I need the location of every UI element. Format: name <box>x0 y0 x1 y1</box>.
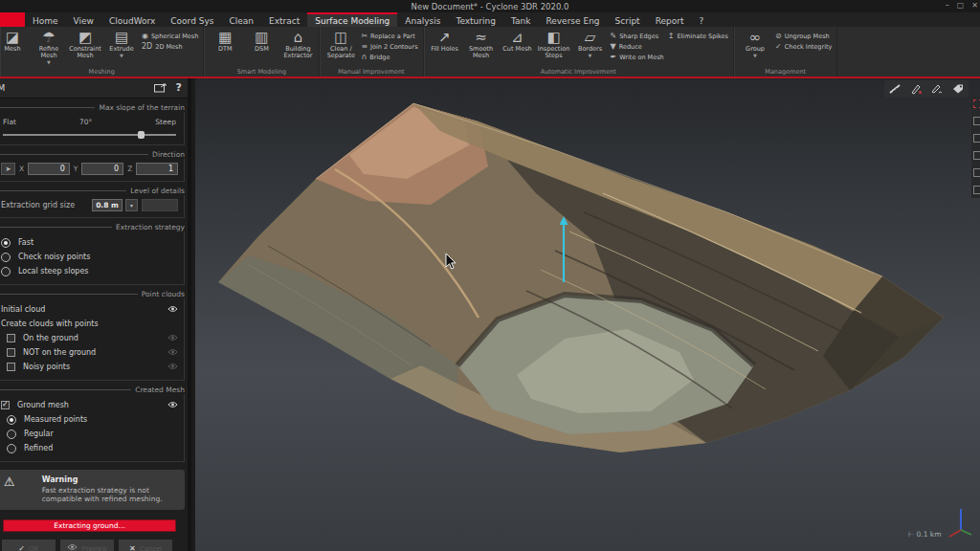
label-tag-icon[interactable] <box>950 82 966 96</box>
side-toolbar-icon[interactable] <box>973 151 980 160</box>
check-integrity-button[interactable]: ✓ Check Integrity <box>775 42 832 51</box>
maximize-button[interactable]: ▢ <box>957 1 965 10</box>
radio-regular[interactable]: Regular <box>1 427 178 441</box>
tab-reverse-eng[interactable]: Reverse Eng <box>538 12 607 27</box>
bridge-button[interactable]: ∩ Bridge <box>361 53 417 61</box>
cancel-button[interactable]: ✕ Cancel <box>119 540 172 551</box>
help-button[interactable]: ? <box>176 81 182 94</box>
tab-surface-modeling[interactable]: Surface Modeling <box>307 12 397 27</box>
reduce-button[interactable]: ▼ Reduce <box>611 42 664 51</box>
ok-button[interactable]: ✓ OK <box>2 540 56 551</box>
close-button[interactable]: ✕ <box>971 1 978 10</box>
checkbox-icon[interactable] <box>1 401 10 409</box>
checkbox-ground-mesh[interactable]: Ground mesh <box>1 398 178 412</box>
sharp-edges-button[interactable]: ✎ Sharp Edges <box>611 32 664 40</box>
direction-pick-button[interactable]: ➤ <box>1 163 15 175</box>
dtm-button[interactable]: ▦ DTM <box>207 29 243 53</box>
group-button[interactable]: ∞ Group ▼ <box>737 29 773 58</box>
tab-report[interactable]: Report <box>648 12 692 27</box>
auto-grid-button[interactable] <box>142 199 178 211</box>
eye-icon[interactable] <box>167 363 178 372</box>
radio-local-steep-slopes[interactable]: Local steep slopes <box>1 264 178 278</box>
spherical-mesh-button[interactable]: ◉ Spherical Mesh <box>142 32 198 40</box>
replace-a-part-button[interactable]: ✂ Replace a Part <box>361 32 417 40</box>
mouse-cursor <box>445 253 457 270</box>
tab-coord-sys[interactable]: Coord Sys <box>163 12 221 27</box>
z-axis-label: Z <box>127 165 132 173</box>
eye-icon[interactable] <box>167 401 178 410</box>
tab-texturing[interactable]: Texturing <box>448 12 503 27</box>
refine-mesh-icon: ☂ <box>42 30 55 46</box>
radio-icon[interactable] <box>7 444 16 453</box>
radio-icon[interactable] <box>7 415 16 425</box>
direction-x-field[interactable]: 0 <box>28 163 70 175</box>
join-2-contours-button[interactable]: ≡ Join 2 Contours <box>361 42 417 51</box>
tab-clean[interactable]: Clean <box>221 12 261 27</box>
radio-icon[interactable] <box>1 238 11 248</box>
eliminate-spikes-button[interactable]: ↥ Eliminate Spikes <box>668 32 728 40</box>
max-slope-slider[interactable] <box>3 131 176 139</box>
tab-view[interactable]: View <box>66 12 101 27</box>
grid-size-field[interactable]: 0.8 m <box>92 199 122 211</box>
checkbox-icon[interactable] <box>7 363 15 371</box>
checkbox-icon[interactable] <box>7 334 15 342</box>
minimize-button[interactable]: – <box>946 1 949 10</box>
tab-help[interactable]: ? <box>692 12 712 27</box>
side-toolbar-icon[interactable] <box>973 186 980 194</box>
eye-icon[interactable] <box>167 305 178 315</box>
bridge-icon: ∩ <box>361 53 367 61</box>
pick-normal-icon[interactable] <box>929 82 945 96</box>
radio-icon[interactable] <box>1 253 11 262</box>
2d-mesh-button[interactable]: 2D 2D Mesh <box>142 42 198 51</box>
tab-tank[interactable]: Tank <box>503 12 538 27</box>
smooth-mesh-button[interactable]: ≈ Smooth Mesh <box>463 29 500 59</box>
side-toolbar-icon[interactable] <box>973 117 980 125</box>
refine-mesh-button[interactable]: ☂ Refine Mesh ▼ <box>31 29 67 65</box>
checkbox-on-the-ground[interactable]: On the ground <box>1 331 178 345</box>
mesh-button[interactable]: ◪ Mesh <box>0 29 31 53</box>
checkbox-noisy-points[interactable]: Noisy points <box>1 360 178 374</box>
cut-mesh-icon: ⊿ <box>511 30 523 46</box>
pick-point-icon[interactable] <box>908 82 924 96</box>
side-toolbar-icon[interactable] <box>973 168 980 177</box>
ungroup-mesh-button[interactable]: ⊘ Ungroup Mesh <box>775 32 832 40</box>
radio-measured-points[interactable]: Measured points <box>1 412 178 427</box>
measure-icon[interactable] <box>887 82 902 96</box>
checkbox-icon[interactable] <box>7 348 15 357</box>
tab-analysis[interactable]: Analysis <box>397 12 448 27</box>
extrude-button[interactable]: ▤ Extrude ▼ <box>103 29 140 58</box>
dsm-button[interactable]: ▥ DSM <box>243 29 279 53</box>
tab-extract[interactable]: Extract <box>261 12 307 27</box>
radio-fast[interactable]: Fast <box>1 235 178 250</box>
file-menu-button[interactable] <box>0 12 25 27</box>
write-on-mesh-button[interactable]: ✒ Write on Mesh <box>611 53 664 61</box>
direction-y-field[interactable]: 0 <box>81 163 123 175</box>
side-toolbar <box>971 96 980 198</box>
tab-script[interactable]: Script <box>608 12 648 27</box>
checkbox-not-on-the-ground[interactable]: NOT on the ground <box>1 345 178 360</box>
constraint-mesh-button[interactable]: ◩ Constraint Mesh <box>67 29 103 59</box>
clean-separate-button[interactable]: ◫ Clean / Separate <box>323 29 359 59</box>
radio-check-noisy-points[interactable]: Check noisy points <box>1 250 178 264</box>
inspection-steps-button[interactable]: ◧ Inspection Steps <box>536 29 572 59</box>
side-toolbar-icon[interactable] <box>973 134 980 143</box>
grid-size-unit-dropdown[interactable]: ▾ <box>125 199 138 211</box>
tab-home[interactable]: Home <box>25 12 66 27</box>
side-toolbar-icon[interactable] <box>973 99 980 108</box>
building-extractor-button[interactable]: ⌂ Building Extractor <box>279 29 316 59</box>
cut-mesh-button[interactable]: ⊿ Cut Mesh <box>500 29 536 53</box>
slider-handle[interactable] <box>138 131 145 139</box>
eye-icon[interactable] <box>167 334 178 343</box>
popout-icon[interactable] <box>154 83 167 93</box>
radio-icon[interactable] <box>7 430 16 439</box>
viewport-3d[interactable]: ⊢ 0.1 km <box>195 78 980 551</box>
preview-button[interactable]: Preview <box>60 540 114 551</box>
tab-cloudworx[interactable]: CloudWorx <box>101 12 163 27</box>
radio-refined[interactable]: Refined <box>1 441 178 455</box>
direction-z-field[interactable]: 1 <box>136 163 178 175</box>
radio-icon[interactable] <box>1 267 11 276</box>
eye-icon[interactable] <box>167 348 178 358</box>
borders-button[interactable]: ▱ Borders ▼ <box>572 29 609 58</box>
group-icon: ∞ <box>749 30 762 46</box>
fill-holes-button[interactable]: ↗ Fill Holes <box>427 29 463 53</box>
